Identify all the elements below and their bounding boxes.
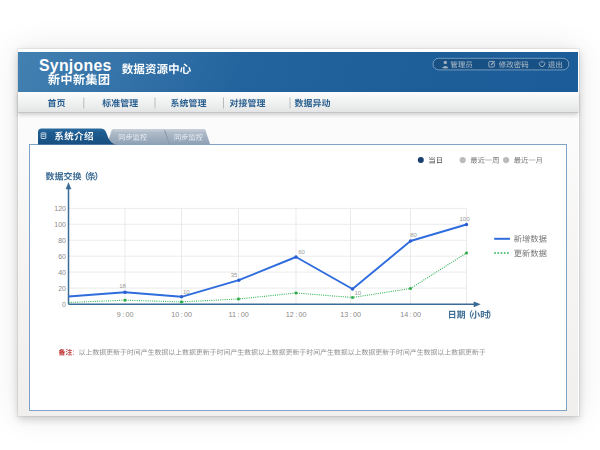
svg-text:35: 35 (231, 272, 238, 278)
svg-text:10: 10 (183, 289, 190, 295)
svg-text:80: 80 (58, 237, 66, 244)
svg-text:100: 100 (459, 216, 470, 222)
svg-text:80: 80 (410, 232, 417, 238)
svg-text:20: 20 (58, 285, 66, 292)
svg-text:10 : 00: 10 : 00 (171, 310, 192, 319)
svg-text:0: 0 (62, 301, 66, 308)
svg-text:12 : 00: 12 : 00 (286, 310, 307, 319)
svg-text:14 : 00: 14 : 00 (400, 310, 421, 319)
svg-text:60: 60 (298, 249, 305, 255)
svg-text:13 : 00: 13 : 00 (340, 310, 361, 319)
svg-text:100: 100 (54, 221, 66, 228)
svg-text:11 : 00: 11 : 00 (229, 310, 249, 319)
svg-text:60: 60 (58, 253, 66, 260)
svg-text:10: 10 (354, 290, 361, 296)
svg-text:18: 18 (119, 283, 126, 289)
svg-text:40: 40 (58, 269, 66, 276)
svg-text:120: 120 (54, 205, 66, 212)
svg-text:9 : 00: 9 : 00 (117, 310, 134, 319)
